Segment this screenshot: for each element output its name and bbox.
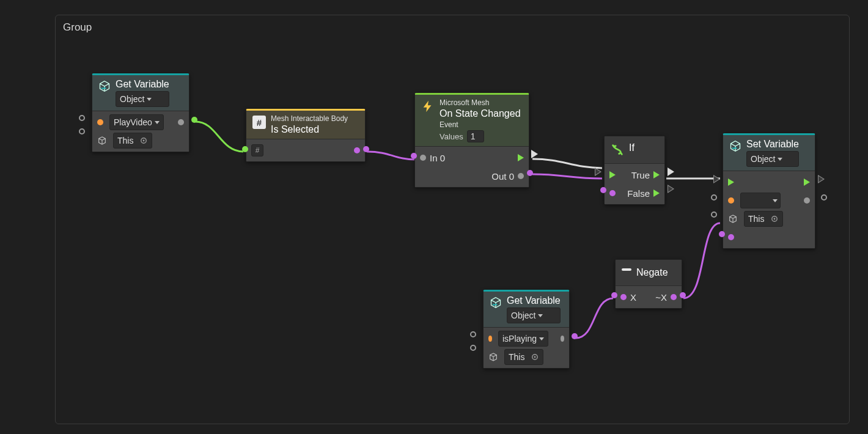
target-hash-chip[interactable]: # [251, 144, 263, 156]
port-var-name[interactable] [97, 119, 103, 125]
out0-label: Out 0 [491, 171, 514, 182]
port-bool-out[interactable] [363, 146, 369, 152]
node-title: On State Changed [440, 108, 521, 119]
node-get-variable-playvideo[interactable]: Get Variable Object PlayVideo This [92, 73, 189, 152]
port-in-flow[interactable] [79, 115, 85, 121]
scope-dropdown[interactable]: Object [746, 151, 799, 167]
bolt-icon [421, 100, 435, 113]
port-out-value-neutral[interactable] [561, 336, 564, 342]
port-value-out[interactable] [804, 197, 810, 204]
target-field[interactable]: This [744, 211, 783, 227]
port-bool-out-inner[interactable] [354, 147, 360, 153]
port-target-in-ext[interactable] [711, 211, 717, 218]
port-value-in[interactable] [728, 234, 734, 240]
port-var-name[interactable] [728, 197, 734, 204]
x-in-label: X [630, 292, 636, 303]
scope-dropdown[interactable]: Object [116, 91, 169, 107]
hash-icon: # [252, 116, 266, 129]
port-value-in-ext[interactable] [719, 231, 725, 237]
node-on-state-changed[interactable]: Microsoft Mesh On State Changed Event Va… [414, 93, 529, 188]
x-out-label: ~X [655, 292, 667, 303]
node-type-icon [490, 296, 502, 309]
port-out0-inner[interactable] [518, 173, 524, 179]
port-false-out-ext[interactable] [668, 185, 674, 193]
branch-icon [611, 144, 624, 157]
port-x-in[interactable] [620, 294, 627, 300]
variable-name-dropdown[interactable] [740, 193, 781, 208]
group-title[interactable]: Group [63, 21, 92, 34]
port-target-in[interactable] [242, 146, 248, 152]
port-name-in-ext[interactable] [711, 194, 717, 200]
port-x-out-ext[interactable] [680, 292, 686, 298]
port-exec-in-ext[interactable] [595, 167, 601, 176]
target-field[interactable]: This [504, 349, 543, 365]
port-in-target[interactable] [79, 128, 85, 134]
node-title: Get Variable [507, 295, 561, 306]
port-true-out-ext[interactable] [668, 167, 674, 176]
node-type-icon [98, 80, 111, 92]
scope-dropdown[interactable]: Object [507, 307, 561, 323]
node-set-variable[interactable]: Set Variable Object This [723, 133, 815, 249]
port-exec-out-ext[interactable] [531, 150, 538, 158]
node-title: Negate [636, 267, 668, 278]
node-get-variable-isplaying[interactable]: Get Variable Object isPlaying This [483, 290, 570, 369]
port-condition[interactable] [609, 190, 616, 196]
variable-name-dropdown[interactable]: isPlaying [498, 331, 548, 347]
port-var-name[interactable] [488, 336, 492, 342]
target-field[interactable]: This [113, 133, 152, 149]
port-condition-ext[interactable] [600, 187, 606, 193]
true-label: True [631, 170, 650, 180]
node-type-icon [729, 140, 741, 152]
port-exec-out[interactable] [518, 154, 524, 161]
false-label: False [627, 188, 650, 199]
port-exec-out-marker[interactable] [804, 178, 810, 186]
port-exec-in-marker[interactable] [609, 171, 616, 178]
cube-small-icon [488, 352, 498, 362]
node-negate[interactable]: Negate X ~X [615, 259, 682, 309]
port-out0-ext[interactable] [527, 170, 533, 176]
values-label: Values [440, 132, 463, 141]
port-true-out[interactable] [653, 171, 660, 178]
node-kind: Event [440, 120, 521, 129]
port-exec-in-marker[interactable] [728, 178, 734, 186]
port-out-value[interactable] [572, 333, 578, 339]
port-in0-ext[interactable] [411, 153, 417, 159]
port-in-target[interactable] [470, 345, 476, 351]
port-in0[interactable] [420, 155, 426, 161]
cube-small-icon [728, 214, 738, 224]
node-category: Mesh Interactable Body [271, 114, 348, 123]
node-is-selected[interactable]: # Mesh Interactable Body Is Selected # [246, 109, 366, 162]
port-false-out[interactable] [653, 189, 660, 197]
node-title: Get Variable [116, 79, 169, 90]
node-title: Is Selected [271, 124, 348, 135]
port-exec-out-ext[interactable] [818, 175, 825, 183]
port-out-value[interactable] [191, 117, 197, 123]
values-count-field[interactable]: 1 [467, 130, 484, 142]
port-in-flow[interactable] [470, 331, 476, 337]
graph-canvas[interactable]: Group Get Variable Object PlayVideo [0, 0, 868, 434]
node-category: Microsoft Mesh [440, 98, 521, 107]
node-if[interactable]: If True False [604, 136, 665, 205]
port-value-out-ext[interactable] [821, 194, 827, 200]
negate-icon [622, 268, 631, 271]
cube-small-icon [97, 136, 107, 145]
node-title: Set Variable [746, 139, 799, 150]
in0-label: In 0 [430, 153, 445, 163]
port-exec-in-ext[interactable] [713, 175, 720, 183]
port-out-value-neutral[interactable] [178, 119, 184, 125]
variable-name-dropdown[interactable]: PlayVideo [109, 114, 164, 130]
node-title: If [629, 142, 634, 153]
port-x-in-ext[interactable] [611, 292, 617, 298]
port-x-out[interactable] [671, 294, 677, 300]
